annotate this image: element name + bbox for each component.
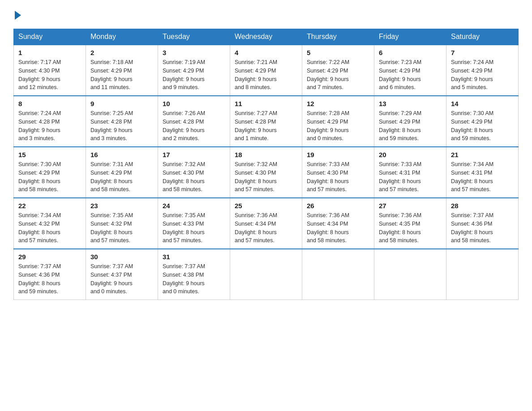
- day-number: 20: [379, 151, 442, 158]
- calendar-week-row: 1 Sunrise: 7:17 AMSunset: 4:30 PMDayligh…: [14, 45, 519, 96]
- day-number: 11: [235, 100, 297, 107]
- day-number: 21: [451, 151, 514, 158]
- day-number: 30: [90, 253, 153, 261]
- calendar-cell: 10 Sunrise: 7:26 AMSunset: 4:28 PMDaylig…: [158, 96, 230, 147]
- calendar-cell: 4 Sunrise: 7:21 AMSunset: 4:29 PMDayligh…: [230, 45, 302, 96]
- day-info: Sunrise: 7:37 AMSunset: 4:36 PMDaylight:…: [451, 211, 514, 245]
- calendar-cell: 21 Sunrise: 7:34 AMSunset: 4:31 PMDaylig…: [446, 147, 519, 198]
- calendar-cell: 28 Sunrise: 7:37 AMSunset: 4:36 PMDaylig…: [446, 198, 519, 249]
- calendar-week-row: 15 Sunrise: 7:30 AMSunset: 4:29 PMDaylig…: [14, 147, 519, 198]
- day-info: Sunrise: 7:30 AMSunset: 4:29 PMDaylight:…: [451, 109, 514, 143]
- day-info: Sunrise: 7:37 AMSunset: 4:37 PMDaylight:…: [90, 262, 153, 296]
- day-number: 18: [235, 151, 297, 158]
- calendar-cell: 26 Sunrise: 7:36 AMSunset: 4:34 PMDaylig…: [302, 198, 374, 249]
- day-info: Sunrise: 7:24 AMSunset: 4:29 PMDaylight:…: [451, 58, 514, 92]
- day-info: Sunrise: 7:35 AMSunset: 4:32 PMDaylight:…: [90, 211, 153, 245]
- weekday-header-tuesday: Tuesday: [158, 29, 230, 45]
- calendar-cell: 24 Sunrise: 7:35 AMSunset: 4:33 PMDaylig…: [158, 198, 230, 249]
- calendar-cell: 17 Sunrise: 7:32 AMSunset: 4:30 PMDaylig…: [158, 147, 230, 198]
- calendar-cell: 11 Sunrise: 7:27 AMSunset: 4:28 PMDaylig…: [230, 96, 302, 147]
- calendar-table: SundayMondayTuesdayWednesdayThursdayFrid…: [13, 29, 519, 300]
- day-info: Sunrise: 7:31 AMSunset: 4:29 PMDaylight:…: [90, 160, 153, 194]
- calendar-cell: 29 Sunrise: 7:37 AMSunset: 4:36 PMDaylig…: [14, 249, 86, 300]
- calendar-cell: 7 Sunrise: 7:24 AMSunset: 4:29 PMDayligh…: [446, 45, 519, 96]
- weekday-header-friday: Friday: [374, 29, 446, 45]
- calendar-week-row: 29 Sunrise: 7:37 AMSunset: 4:36 PMDaylig…: [14, 249, 519, 300]
- day-number: 31: [163, 253, 225, 261]
- day-info: Sunrise: 7:33 AMSunset: 4:30 PMDaylight:…: [307, 160, 369, 194]
- weekday-header-sunday: Sunday: [14, 29, 86, 45]
- day-number: 26: [307, 202, 369, 210]
- day-info: Sunrise: 7:18 AMSunset: 4:29 PMDaylight:…: [90, 58, 153, 92]
- day-info: Sunrise: 7:28 AMSunset: 4:29 PMDaylight:…: [307, 109, 369, 143]
- calendar-cell: 13 Sunrise: 7:29 AMSunset: 4:29 PMDaylig…: [374, 96, 446, 147]
- day-info: Sunrise: 7:34 AMSunset: 4:32 PMDaylight:…: [18, 211, 81, 245]
- weekday-header-row: SundayMondayTuesdayWednesdayThursdayFrid…: [14, 29, 519, 45]
- day-number: 6: [379, 49, 442, 56]
- day-number: 22: [18, 202, 81, 210]
- day-info: Sunrise: 7:35 AMSunset: 4:33 PMDaylight:…: [163, 211, 225, 245]
- day-number: 12: [307, 100, 369, 107]
- weekday-header-wednesday: Wednesday: [230, 29, 302, 45]
- calendar-cell: 27 Sunrise: 7:36 AMSunset: 4:35 PMDaylig…: [374, 198, 446, 249]
- day-info: Sunrise: 7:23 AMSunset: 4:29 PMDaylight:…: [379, 58, 442, 92]
- day-number: 7: [451, 49, 514, 56]
- calendar-cell: 18 Sunrise: 7:32 AMSunset: 4:30 PMDaylig…: [230, 147, 302, 198]
- day-info: Sunrise: 7:25 AMSunset: 4:28 PMDaylight:…: [90, 109, 153, 143]
- calendar-cell: 3 Sunrise: 7:19 AMSunset: 4:29 PMDayligh…: [158, 45, 230, 96]
- day-number: 2: [90, 49, 153, 56]
- calendar-cell: 8 Sunrise: 7:24 AMSunset: 4:28 PMDayligh…: [14, 96, 86, 147]
- calendar-cell: 14 Sunrise: 7:30 AMSunset: 4:29 PMDaylig…: [446, 96, 519, 147]
- day-number: 17: [163, 151, 225, 158]
- day-number: 25: [235, 202, 297, 210]
- calendar-cell: 31 Sunrise: 7:37 AMSunset: 4:38 PMDaylig…: [158, 249, 230, 300]
- day-number: 24: [163, 202, 225, 210]
- day-info: Sunrise: 7:33 AMSunset: 4:31 PMDaylight:…: [379, 160, 442, 194]
- calendar-cell: 25 Sunrise: 7:36 AMSunset: 4:34 PMDaylig…: [230, 198, 302, 249]
- day-number: 23: [90, 202, 153, 210]
- day-info: Sunrise: 7:36 AMSunset: 4:35 PMDaylight:…: [379, 211, 442, 245]
- logo: [13, 9, 22, 20]
- day-number: 15: [18, 151, 81, 158]
- calendar-cell: 19 Sunrise: 7:33 AMSunset: 4:30 PMDaylig…: [302, 147, 374, 198]
- day-number: 8: [18, 100, 81, 107]
- day-info: Sunrise: 7:30 AMSunset: 4:29 PMDaylight:…: [18, 160, 81, 194]
- day-info: Sunrise: 7:17 AMSunset: 4:30 PMDaylight:…: [18, 58, 81, 92]
- day-number: 3: [163, 49, 225, 56]
- day-number: 1: [18, 49, 81, 56]
- day-number: 16: [90, 151, 153, 158]
- calendar-cell: 9 Sunrise: 7:25 AMSunset: 4:28 PMDayligh…: [86, 96, 158, 147]
- calendar-cell: 12 Sunrise: 7:28 AMSunset: 4:29 PMDaylig…: [302, 96, 374, 147]
- logo-arrow-icon: [15, 11, 21, 20]
- day-info: Sunrise: 7:22 AMSunset: 4:29 PMDaylight:…: [307, 58, 369, 92]
- day-info: Sunrise: 7:29 AMSunset: 4:29 PMDaylight:…: [379, 109, 442, 143]
- day-info: Sunrise: 7:36 AMSunset: 4:34 PMDaylight:…: [235, 211, 297, 245]
- day-number: 19: [307, 151, 369, 158]
- day-info: Sunrise: 7:37 AMSunset: 4:38 PMDaylight:…: [163, 262, 225, 296]
- day-info: Sunrise: 7:34 AMSunset: 4:31 PMDaylight:…: [451, 160, 514, 194]
- page-header: [13, 9, 519, 20]
- calendar-cell: 22 Sunrise: 7:34 AMSunset: 4:32 PMDaylig…: [14, 198, 86, 249]
- calendar-week-row: 8 Sunrise: 7:24 AMSunset: 4:28 PMDayligh…: [14, 96, 519, 147]
- calendar-cell: 15 Sunrise: 7:30 AMSunset: 4:29 PMDaylig…: [14, 147, 86, 198]
- day-number: 10: [163, 100, 225, 107]
- calendar-cell: [302, 249, 374, 300]
- day-number: 29: [18, 253, 81, 261]
- calendar-cell: 23 Sunrise: 7:35 AMSunset: 4:32 PMDaylig…: [86, 198, 158, 249]
- calendar-cell: 16 Sunrise: 7:31 AMSunset: 4:29 PMDaylig…: [86, 147, 158, 198]
- day-number: 27: [379, 202, 442, 210]
- calendar-cell: 30 Sunrise: 7:37 AMSunset: 4:37 PMDaylig…: [86, 249, 158, 300]
- day-info: Sunrise: 7:32 AMSunset: 4:30 PMDaylight:…: [163, 160, 225, 194]
- calendar-cell: 20 Sunrise: 7:33 AMSunset: 4:31 PMDaylig…: [374, 147, 446, 198]
- calendar-cell: [446, 249, 519, 300]
- day-info: Sunrise: 7:21 AMSunset: 4:29 PMDaylight:…: [235, 58, 297, 92]
- day-info: Sunrise: 7:36 AMSunset: 4:34 PMDaylight:…: [307, 211, 369, 245]
- weekday-header-monday: Monday: [86, 29, 158, 45]
- calendar-cell: 5 Sunrise: 7:22 AMSunset: 4:29 PMDayligh…: [302, 45, 374, 96]
- calendar-cell: 6 Sunrise: 7:23 AMSunset: 4:29 PMDayligh…: [374, 45, 446, 96]
- day-number: 5: [307, 49, 369, 56]
- calendar-cell: 1 Sunrise: 7:17 AMSunset: 4:30 PMDayligh…: [14, 45, 86, 96]
- day-number: 28: [451, 202, 514, 210]
- day-number: 14: [451, 100, 514, 107]
- weekday-header-saturday: Saturday: [446, 29, 519, 45]
